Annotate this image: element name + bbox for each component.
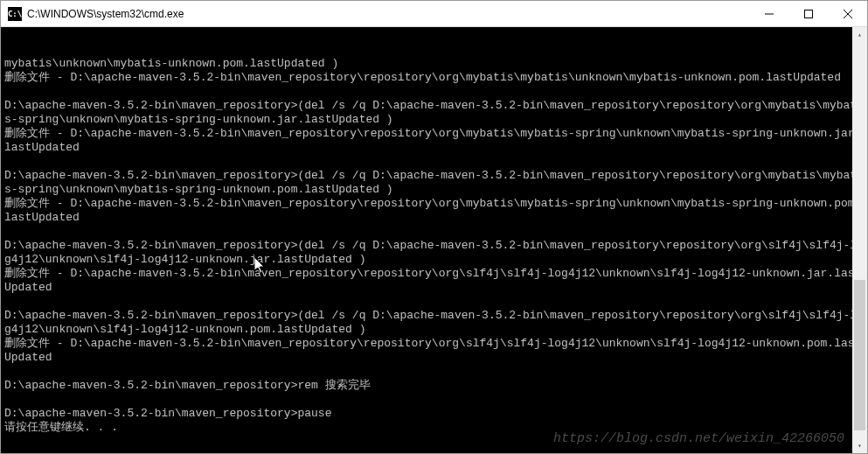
watermark-text: https://blog.csdn.net/weixin_42266050 <box>553 432 844 446</box>
vertical-scrollbar[interactable]: ▴ ▾ <box>852 27 867 453</box>
scroll-track[interactable] <box>852 42 867 438</box>
minimize-button[interactable] <box>749 1 788 26</box>
scroll-thumb[interactable] <box>854 280 865 430</box>
cmd-window: C:\ C:\WINDOWS\system32\cmd.exe mybatis\… <box>0 0 868 454</box>
terminal-area[interactable]: mybatis\unknown\mybatis-unknown.pom.last… <box>1 27 867 453</box>
titlebar[interactable]: C:\ C:\WINDOWS\system32\cmd.exe <box>1 1 867 27</box>
svg-rect-1 <box>804 10 812 17</box>
scroll-up-arrow[interactable]: ▴ <box>852 27 867 42</box>
scroll-down-arrow[interactable]: ▾ <box>852 438 867 453</box>
terminal-output: mybatis\unknown\mybatis-unknown.pom.last… <box>4 57 864 435</box>
window-title: C:\WINDOWS\system32\cmd.exe <box>27 8 749 20</box>
maximize-button[interactable] <box>788 1 828 26</box>
cmd-icon: C:\ <box>8 7 22 21</box>
window-controls <box>749 1 867 26</box>
close-button[interactable] <box>828 1 867 26</box>
